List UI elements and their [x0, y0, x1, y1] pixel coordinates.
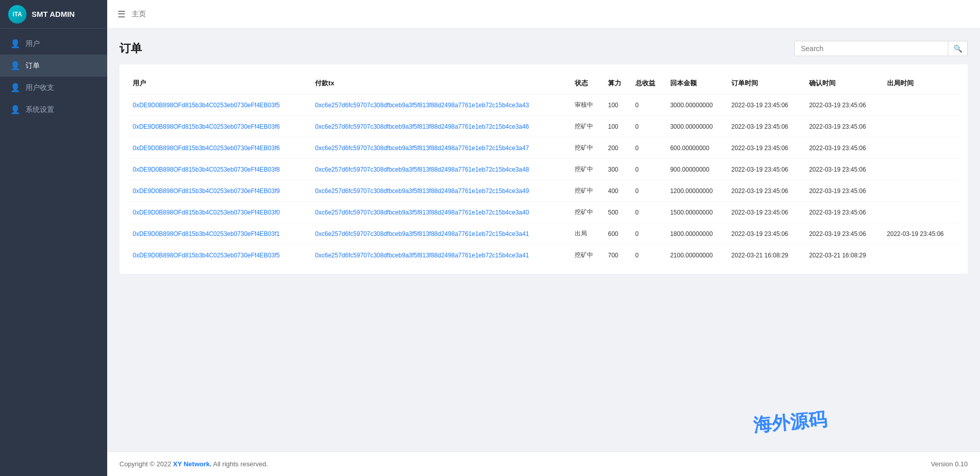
cell-status: 挖矿中: [570, 245, 603, 266]
sidebar-item-orders[interactable]: 👤 订单: [0, 55, 107, 77]
cell-status: 挖矿中: [570, 159, 603, 180]
cell-tx-link[interactable]: 0xc6e257d6fc59707c308dfbceb9a3f5f813f88d…: [315, 123, 529, 130]
orders-table: 用户 付款tx 状态 算力 总收益 回本金额 订单时间 确认时间 出局时间 0x…: [128, 73, 960, 266]
menu-toggle-icon[interactable]: ☰: [117, 9, 126, 20]
cell-profit: 0: [630, 116, 665, 137]
cell-user-link[interactable]: 0xDE9D0B898OFd815b3b4C0253eb0730eFf4EB03…: [133, 123, 280, 130]
cell-status: 挖矿中: [570, 137, 603, 159]
nav-label-users: 用户: [26, 39, 40, 49]
cell-status: 挖矿中: [570, 180, 603, 202]
cell-order-time: 2022-03-19 23:45:06: [726, 202, 804, 223]
cell-power: 300: [603, 159, 630, 180]
cell-user-link[interactable]: 0xDE9D0B898OFd815b3b4C0253eb0730eFf4EB03…: [133, 230, 280, 237]
cell-user: 0xDE9D0B898OFd815b3b4C0253eb0730eFf4EB03…: [128, 116, 310, 137]
cell-power: 700: [603, 245, 630, 266]
cell-exit-time: [882, 245, 960, 266]
cell-user-link[interactable]: 0xDE9D0B898OFd815b3b4C0253eb0730eFf4EB03…: [133, 187, 280, 195]
cell-power: 100: [603, 116, 630, 137]
cell-user: 0xDE9D0B898OFd815b3b4C0253eb0730eFf4EB03…: [128, 223, 310, 245]
cell-tx-link[interactable]: 0xc6e257d6fc59707c308dfbceb9a3f5f813f88d…: [315, 102, 529, 109]
table-body: 0xDE9D0B898OFd815b3b4C0253eb0730eFf4EB03…: [128, 94, 960, 266]
cell-confirm-time: 2022-03-19 23:45:06: [804, 137, 881, 159]
cell-user: 0xDE9D0B898OFd815b3b4C0253eb0730eFf4EB03…: [128, 202, 310, 223]
cell-tx: 0xc6e257d6fc59707c308dfbceb9a3f5f813f88d…: [310, 159, 570, 180]
cell-profit: 0: [630, 245, 665, 266]
table-card: 用户 付款tx 状态 算力 总收益 回本金额 订单时间 确认时间 出局时间 0x…: [119, 64, 968, 274]
revenue-icon: 👤: [10, 83, 20, 92]
sidebar: iTA SMT ADMIN 👤 用户 👤 订单 👤 用户收支 👤 系统设置: [0, 0, 107, 476]
search-button[interactable]: 🔍: [948, 41, 967, 56]
cell-tx: 0xc6e257d6fc59707c308dfbceb9a3f5f813f88d…: [310, 180, 570, 202]
search-input[interactable]: [795, 41, 948, 56]
table-row: 0xDE9D0B898OFd815b3b4C0253eb0730eFf4EB03…: [128, 180, 960, 202]
cell-confirm-time: 2022-03-21 16:08:29: [804, 245, 881, 266]
sidebar-item-settings[interactable]: 👤 系统设置: [0, 99, 107, 121]
col-exit-time: 出局时间: [882, 73, 960, 94]
cell-user-link[interactable]: 0xDE9D0B898OFd815b3b4C0253eb0730eFf4EB03…: [133, 252, 280, 259]
sidebar-title: SMT ADMIN: [32, 10, 75, 18]
cell-return: 3000.00000000: [665, 116, 726, 137]
sidebar-item-user-revenue[interactable]: 👤 用户收支: [0, 77, 107, 99]
cell-exit-time: [882, 116, 960, 137]
cell-return: 1200.00000000: [665, 180, 726, 202]
sidebar-header: iTA SMT ADMIN: [0, 0, 107, 29]
cell-user-link[interactable]: 0xDE9D0B898OFd815b3b4C0253eb0730eFf4EB03…: [133, 145, 280, 152]
cell-return: 1500.00000000: [665, 202, 726, 223]
cell-tx-link[interactable]: 0xc6e257d6fc59707c308dfbceb9a3f5f813f88d…: [315, 145, 529, 152]
footer-copyright-text: Copyright © 2022: [119, 460, 173, 468]
cell-exit-time: [882, 202, 960, 223]
cell-tx-link[interactable]: 0xc6e257d6fc59707c308dfbceb9a3f5f813f88d…: [315, 252, 529, 259]
cell-profit: 0: [630, 202, 665, 223]
cell-tx-link[interactable]: 0xc6e257d6fc59707c308dfbceb9a3f5f813f88d…: [315, 166, 529, 173]
cell-confirm-time: 2022-03-19 23:45:06: [804, 180, 881, 202]
cell-tx-link[interactable]: 0xc6e257d6fc59707c308dfbceb9a3f5f813f88d…: [315, 209, 529, 216]
cell-user-link[interactable]: 0xDE9D0B898OFd815b3b4C0253eb0730eFf4EB03…: [133, 209, 280, 216]
cell-tx: 0xc6e257d6fc59707c308dfbceb9a3f5f813f88d…: [310, 137, 570, 159]
col-status: 状态: [570, 73, 603, 94]
sidebar-nav: 👤 用户 👤 订单 👤 用户收支 👤 系统设置: [0, 29, 107, 476]
cell-return: 3000.00000000: [665, 94, 726, 116]
cell-tx: 0xc6e257d6fc59707c308dfbceb9a3f5f813f88d…: [310, 116, 570, 137]
cell-exit-time: 2022-03-19 23:45:06: [882, 223, 960, 245]
search-box: 🔍: [794, 41, 968, 56]
cell-tx: 0xc6e257d6fc59707c308dfbceb9a3f5f813f88d…: [310, 94, 570, 116]
cell-order-time: 2022-03-19 23:45:06: [726, 180, 804, 202]
cell-user-link[interactable]: 0xDE9D0B898OFd815b3b4C0253eb0730eFf4EB03…: [133, 166, 280, 173]
cell-user-link[interactable]: 0xDE9D0B898OFd815b3b4C0253eb0730eFf4EB03…: [133, 102, 280, 109]
cell-power: 600: [603, 223, 630, 245]
cell-status: 挖矿中: [570, 202, 603, 223]
footer-brand: XY Network.: [173, 460, 212, 468]
cell-tx: 0xc6e257d6fc59707c308dfbceb9a3f5f813f88d…: [310, 223, 570, 245]
cell-tx-link[interactable]: 0xc6e257d6fc59707c308dfbceb9a3f5f813f88d…: [315, 187, 529, 195]
cell-order-time: 2022-03-19 23:45:06: [726, 159, 804, 180]
cell-confirm-time: 2022-03-19 23:45:06: [804, 159, 881, 180]
nav-label-settings: 系统设置: [26, 105, 54, 114]
cell-profit: 0: [630, 94, 665, 116]
sidebar-logo: iTA: [8, 5, 27, 23]
footer: Copyright © 2022 XY Network. All rights …: [107, 451, 980, 476]
cell-return: 600.00000000: [665, 137, 726, 159]
cell-profit: 0: [630, 223, 665, 245]
cell-order-time: 2022-03-21 16:08:29: [726, 245, 804, 266]
col-confirm-time: 确认时间: [804, 73, 881, 94]
cell-status: 出局: [570, 223, 603, 245]
cell-tx: 0xc6e257d6fc59707c308dfbceb9a3f5f813f88d…: [310, 202, 570, 223]
cell-return: 900.00000000: [665, 159, 726, 180]
cell-profit: 0: [630, 180, 665, 202]
topbar: ☰ 主页: [107, 0, 980, 29]
sidebar-item-users[interactable]: 👤 用户: [0, 33, 107, 55]
cell-order-time: 2022-03-19 23:45:06: [726, 137, 804, 159]
cell-confirm-time: 2022-03-19 23:45:06: [804, 116, 881, 137]
col-order-time: 订单时间: [726, 73, 804, 94]
cell-order-time: 2022-03-19 23:45:06: [726, 94, 804, 116]
page-header: 订单 🔍: [119, 41, 968, 56]
cell-exit-time: [882, 137, 960, 159]
footer-version: Version 0.10: [931, 460, 968, 468]
table-row: 0xDE9D0B898OFd815b3b4C0253eb0730eFf4EB03…: [128, 245, 960, 266]
col-power: 算力: [603, 73, 630, 94]
table-row: 0xDE9D0B898OFd815b3b4C0253eb0730eFf4EB03…: [128, 137, 960, 159]
col-return: 回本金额: [665, 73, 726, 94]
nav-label-revenue: 用户收支: [26, 83, 54, 92]
cell-tx-link[interactable]: 0xc6e257d6fc59707c308dfbceb9a3f5f813f88d…: [315, 230, 529, 237]
cell-order-time: 2022-03-19 23:45:06: [726, 223, 804, 245]
